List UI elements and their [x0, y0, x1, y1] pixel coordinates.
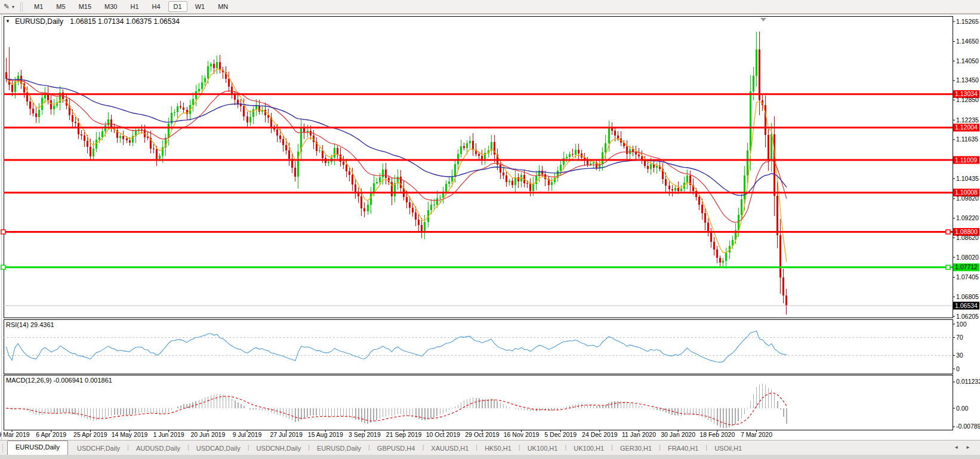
- chart-tab-xauusd-h1[interactable]: XAUUSD,H1: [424, 442, 476, 455]
- chart-tab-usdcnh-daily[interactable]: USDCNH,Daily: [249, 442, 309, 455]
- window-bottom-edge: [0, 455, 980, 459]
- time-axis: 19 Mar 20196 Apr 201925 Apr 201914 May 2…: [0, 430, 772, 438]
- dropdown-arrow-icon: ▾: [12, 4, 14, 10]
- line-drag-handle[interactable]: [946, 265, 950, 269]
- timeframe-button-h1[interactable]: H1: [125, 1, 144, 12]
- svg-text:1.08620: 1.08620: [956, 234, 979, 241]
- chart-tab-usdchf-daily[interactable]: USDCHF,Daily: [70, 442, 127, 455]
- svg-text:1.06534: 1.06534: [955, 302, 978, 309]
- chart-tab-eurusd-daily[interactable]: EURUSD,Daily: [310, 442, 368, 455]
- svg-text:9 Jul 2019: 9 Jul 2019: [233, 431, 262, 438]
- chevron-down-icon[interactable]: ▼: [5, 19, 10, 24]
- chart-tab-gbpusd-h4[interactable]: GBPUSD,H4: [370, 442, 423, 455]
- svg-text:11 Jan 2020: 11 Jan 2020: [622, 431, 656, 438]
- svg-text:1.11635: 1.11635: [956, 135, 978, 143]
- svg-text:20 Jun 2019: 20 Jun 2019: [190, 431, 225, 438]
- timeframe-button-m5[interactable]: M5: [51, 1, 70, 12]
- svg-text:1.12850: 1.12850: [956, 96, 979, 103]
- timeframe-button-m30[interactable]: M30: [99, 1, 122, 12]
- chart-title: ▼ EURUSD,Daily 1.06815 1.07134 1.06375 1…: [5, 17, 180, 26]
- main-panel-frame: [4, 17, 953, 318]
- chart-tab-usdcad-daily[interactable]: USDCAD,Daily: [189, 442, 248, 455]
- svg-text:1.15265: 1.15265: [956, 18, 979, 25]
- chart-tabs-bar: EURUSD,DailyUSDCHF,Daily|AUDUSD,Daily|US…: [0, 440, 980, 455]
- svg-text:-0.007894: -0.007894: [956, 423, 980, 430]
- panel-splitter-rsi-macd[interactable]: [0, 373, 980, 376]
- svg-text:1.12235: 1.12235: [956, 116, 979, 124]
- chart-tab-uk100-h1[interactable]: UK100,H1: [520, 442, 565, 455]
- macd-label: MACD(12,26,9) -0.006941 0.001861: [6, 377, 112, 384]
- svg-text:1.12004: 1.12004: [955, 124, 978, 131]
- tabbar-grip: [2, 444, 4, 452]
- svg-text:1.14650: 1.14650: [956, 38, 979, 45]
- svg-text:1.09820: 1.09820: [956, 195, 979, 202]
- svg-text:24 Dec 2019: 24 Dec 2019: [582, 431, 618, 438]
- timeframe-button-m15[interactable]: M15: [73, 1, 97, 12]
- svg-text:1.10435: 1.10435: [956, 175, 979, 182]
- rsi-axis: 10070300: [953, 321, 967, 372]
- line-drag-handle[interactable]: [1, 230, 5, 234]
- chart-tab-eurusd-daily[interactable]: EURUSD,Daily: [7, 440, 68, 455]
- svg-text:14 May 2019: 14 May 2019: [112, 431, 148, 438]
- svg-text:1.09220: 1.09220: [956, 214, 979, 221]
- svg-text:1.07712: 1.07712: [955, 263, 978, 270]
- top-toolbar: ✎ ▾ M1M5M15M30H1H4D1W1MN: [0, 0, 980, 14]
- line-drag-handle[interactable]: [946, 230, 950, 234]
- timeframe-button-d1[interactable]: D1: [168, 1, 187, 12]
- svg-text:0: 0: [956, 365, 960, 372]
- chart-ohlc-values: 1.06815 1.07134 1.06375 1.06534: [70, 17, 180, 26]
- svg-text:21 Sep 2019: 21 Sep 2019: [386, 431, 422, 438]
- tab-scroll-right-icon[interactable]: ►: [966, 445, 970, 450]
- svg-text:1.13450: 1.13450: [956, 76, 979, 84]
- svg-text:19 Mar 2019: 19 Mar 2019: [0, 431, 30, 438]
- macd-panel-frame: [4, 375, 953, 430]
- svg-text:70: 70: [956, 334, 963, 341]
- svg-text:30: 30: [956, 352, 963, 359]
- svg-text:15 Aug 2019: 15 Aug 2019: [308, 431, 343, 438]
- svg-text:1.08020: 1.08020: [956, 254, 979, 261]
- line-drag-handle[interactable]: [1, 265, 5, 269]
- svg-text:16 Nov 2019: 16 Nov 2019: [504, 431, 540, 438]
- draw-tool-button[interactable]: ✎ ▾: [1, 2, 17, 11]
- svg-text:0.011232: 0.011232: [956, 378, 980, 385]
- tab-scroll-arrows: ◄►: [954, 445, 980, 455]
- timeframe-button-h4[interactable]: H4: [147, 1, 166, 12]
- macd-axis: 0.0112320.00-0.007894: [953, 378, 980, 430]
- chart-tab-fra40-h1[interactable]: FRA40,H1: [661, 442, 705, 455]
- svg-text:1.14050: 1.14050: [956, 57, 979, 64]
- svg-text:1.07405: 1.07405: [956, 273, 979, 281]
- svg-text:7 Mar 2020: 7 Mar 2020: [741, 431, 772, 438]
- toolbar-grip[interactable]: [20, 2, 23, 11]
- timeframe-button-mn[interactable]: MN: [212, 1, 233, 12]
- chart-tab-hk50-h1[interactable]: HK50,H1: [477, 442, 519, 455]
- price-axis: 1.152651.146501.140501.134501.128501.122…: [953, 18, 979, 320]
- chart-window: ▼ EURUSD,Daily 1.06815 1.07134 1.06375 1…: [0, 14, 980, 440]
- svg-text:1.11009: 1.11009: [955, 156, 977, 164]
- timeframe-button-m1[interactable]: M1: [29, 1, 48, 12]
- svg-text:5 Dec 2019: 5 Dec 2019: [544, 431, 577, 438]
- chart-tab-ger30-h1[interactable]: GER30,H1: [613, 442, 659, 455]
- svg-text:18 Feb 2020: 18 Feb 2020: [699, 431, 735, 438]
- timeframe-toolbar: M1M5M15M30H1H4D1W1MN: [27, 1, 235, 12]
- tab-scroll-left-icon[interactable]: ◄: [954, 445, 959, 450]
- svg-text:10 Oct 2019: 10 Oct 2019: [426, 431, 460, 438]
- svg-text:25 Apr 2019: 25 Apr 2019: [73, 431, 107, 438]
- svg-text:0.00: 0.00: [956, 405, 969, 412]
- svg-text:29 Oct 2019: 29 Oct 2019: [465, 431, 499, 438]
- chart-tab-uk100-h1[interactable]: UK100,H1: [566, 442, 611, 455]
- rsi-panel-frame: [4, 320, 953, 374]
- draw-tool-icon: ✎: [4, 2, 10, 11]
- timeframe-button-w1[interactable]: W1: [190, 1, 211, 12]
- svg-text:27 Jul 2019: 27 Jul 2019: [270, 431, 303, 438]
- rsi-label: RSI(14) 29.4361: [6, 321, 54, 328]
- svg-text:100: 100: [956, 321, 967, 328]
- chart-tab-audusd-daily[interactable]: AUDUSD,Daily: [129, 442, 187, 455]
- panel-splitter-main-rsi[interactable]: [0, 317, 980, 320]
- chart-tab-usoil-h1[interactable]: USOil,H1: [707, 442, 749, 455]
- chart-canvas[interactable]: 1.130341.120041.110091.100081.088001.077…: [0, 14, 980, 440]
- chart-symbol-label: EURUSD,Daily: [15, 17, 63, 26]
- svg-text:6 Apr 2019: 6 Apr 2019: [36, 431, 66, 438]
- svg-text:30 Jan 2020: 30 Jan 2020: [661, 431, 695, 438]
- svg-text:1 Jun 2019: 1 Jun 2019: [153, 431, 184, 438]
- svg-text:1.06805: 1.06805: [956, 293, 979, 300]
